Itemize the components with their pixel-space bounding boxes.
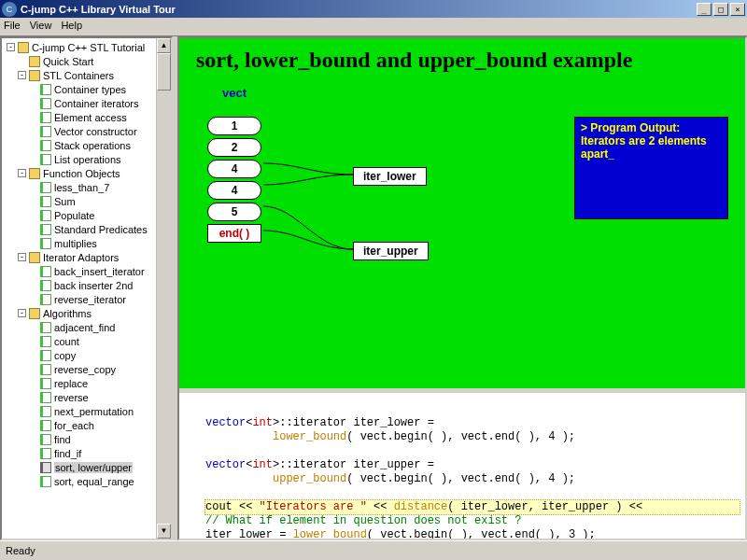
- tree-row[interactable]: reverse: [2, 390, 171, 404]
- tree-label: Element access: [54, 112, 127, 123]
- tree-row[interactable]: back_insert_iterator: [2, 264, 171, 278]
- tree-label: back inserter 2nd: [54, 280, 133, 291]
- program-output-box: > Program Output: Iterators are 2 elemen…: [574, 117, 728, 219]
- tree-row[interactable]: replace: [2, 376, 171, 390]
- tree-row[interactable]: -STL Containers: [2, 68, 171, 82]
- menubar: FileViewHelp: [0, 18, 747, 35]
- code-pane[interactable]: vector<int>::iterator iter_lower = lower…: [179, 393, 745, 539]
- close-button[interactable]: ×: [730, 3, 745, 16]
- code-line: [205, 402, 740, 416]
- minimize-button[interactable]: _: [697, 3, 712, 16]
- menu-help[interactable]: Help: [61, 20, 82, 34]
- tree-row[interactable]: find: [2, 432, 171, 446]
- tree-label: Vector constructor: [54, 126, 137, 137]
- book-icon: [29, 252, 40, 263]
- tree-row[interactable]: Container iterators: [2, 96, 171, 110]
- scroll-down-icon[interactable]: ▼: [157, 524, 171, 539]
- iter-lower-box: iter_lower: [353, 167, 427, 186]
- tree-scrollbar[interactable]: ▲ ▼: [156, 38, 171, 539]
- tree-label: find_if: [54, 448, 81, 459]
- tree-row[interactable]: next_permutation: [2, 404, 171, 418]
- tree-row[interactable]: sort, equal_range: [2, 474, 171, 488]
- tree-row[interactable]: adjacent_find: [2, 320, 171, 334]
- collapse-icon[interactable]: -: [18, 71, 26, 79]
- scroll-thumb[interactable]: [157, 53, 171, 91]
- tree-label: reverse_iterator: [54, 294, 126, 305]
- tree-row[interactable]: copy: [2, 348, 171, 362]
- tree-row[interactable]: back inserter 2nd: [2, 278, 171, 292]
- menu-view[interactable]: View: [30, 20, 52, 34]
- code-line: lower_bound( vect.begin( ), vect.end( ),…: [205, 430, 740, 444]
- tree-row[interactable]: multiplies: [2, 236, 171, 250]
- tree-label: Container iterators: [54, 98, 139, 109]
- page-icon: [40, 210, 51, 221]
- tree-label: Stack operations: [54, 140, 131, 151]
- tree-row[interactable]: -Iterator Adaptors: [2, 250, 171, 264]
- code-line: [205, 486, 740, 500]
- tree-row[interactable]: -C-jump C++ STL Tutorial: [2, 40, 171, 54]
- vector-cell: 2: [207, 138, 261, 157]
- tree-row[interactable]: -Function Objects: [2, 166, 171, 180]
- titlebar: C C-jump C++ Library Virtual Tour _ □ ×: [0, 0, 747, 18]
- window-buttons: _ □ ×: [695, 3, 745, 16]
- tree-row[interactable]: Sum: [2, 194, 171, 208]
- page-icon: [40, 154, 51, 165]
- tree-label: Function Objects: [43, 168, 120, 179]
- menu-file[interactable]: File: [4, 20, 21, 34]
- collapse-icon[interactable]: -: [18, 253, 26, 261]
- tree-row[interactable]: Standard Predicates: [2, 222, 171, 236]
- end-box: end( ): [207, 224, 261, 243]
- tree-label: for_each: [54, 420, 94, 431]
- vect-label: vect: [222, 86, 728, 100]
- book-icon: [29, 308, 40, 319]
- tree-row[interactable]: Stack operations: [2, 138, 171, 152]
- collapse-icon[interactable]: -: [18, 169, 26, 177]
- tree-row[interactable]: Vector constructor: [2, 124, 171, 138]
- vector-cell: 1: [207, 117, 261, 135]
- tree-row[interactable]: Quick Start: [2, 54, 171, 68]
- tree-row[interactable]: Element access: [2, 110, 171, 124]
- book-icon: [29, 168, 40, 179]
- tree-label: Container types: [54, 84, 126, 95]
- tree-label: STL Containers: [43, 70, 114, 81]
- tree-row[interactable]: less_than_7: [2, 180, 171, 194]
- collapse-icon[interactable]: -: [7, 43, 15, 51]
- statusbar: Ready: [0, 540, 747, 559]
- tree-row[interactable]: -Algorithms: [2, 306, 171, 320]
- tree-label: less_than_7: [54, 182, 109, 193]
- tree-row[interactable]: reverse_iterator: [2, 292, 171, 306]
- collapse-icon[interactable]: -: [18, 309, 26, 317]
- tree-row[interactable]: for_each: [2, 418, 171, 432]
- tree-label: Quick Start: [43, 56, 93, 67]
- output-title: > Program Output:: [581, 121, 722, 134]
- diagram-pane: sort, lower_bound and upper_bound exampl…: [179, 38, 745, 388]
- vector-stack: 12445end( ): [207, 117, 261, 243]
- maximize-button[interactable]: □: [713, 3, 728, 16]
- tree-row[interactable]: List operations: [2, 152, 171, 166]
- tree-label: C-jump C++ STL Tutorial: [32, 42, 145, 53]
- tree-label: Standard Predicates: [54, 224, 148, 235]
- diagram-title: sort, lower_bound and upper_bound exampl…: [196, 48, 728, 73]
- vector-cell: 4: [207, 160, 261, 178]
- tree-sidebar: -C-jump C++ STL TutorialQuick Start-STL …: [0, 36, 173, 540]
- page-icon: [40, 238, 51, 249]
- tree-row[interactable]: sort, lower/upper: [2, 460, 171, 474]
- tree-view[interactable]: -C-jump C++ STL TutorialQuick Start-STL …: [2, 38, 171, 490]
- tree-row[interactable]: find_if: [2, 446, 171, 460]
- client-area: -C-jump C++ STL TutorialQuick Start-STL …: [0, 35, 747, 540]
- page-icon: [40, 196, 51, 207]
- tree-row[interactable]: reverse_copy: [2, 362, 171, 376]
- tree-row[interactable]: Populate: [2, 208, 171, 222]
- page-icon: [40, 182, 51, 193]
- tree-row[interactable]: Container types: [2, 82, 171, 96]
- tree-label: sort, lower/upper: [54, 462, 133, 473]
- page-icon: [40, 476, 51, 487]
- code-line: upper_bound( vect.begin( ), vect.end( ),…: [205, 472, 740, 486]
- scroll-up-icon[interactable]: ▲: [157, 38, 171, 53]
- vector-cell: 5: [207, 203, 261, 221]
- tree-row[interactable]: count: [2, 334, 171, 348]
- page-icon: [40, 448, 51, 459]
- tree-label: next_permutation: [54, 406, 134, 417]
- tree-label: count: [54, 336, 79, 347]
- tree-label: Algorithms: [43, 308, 92, 319]
